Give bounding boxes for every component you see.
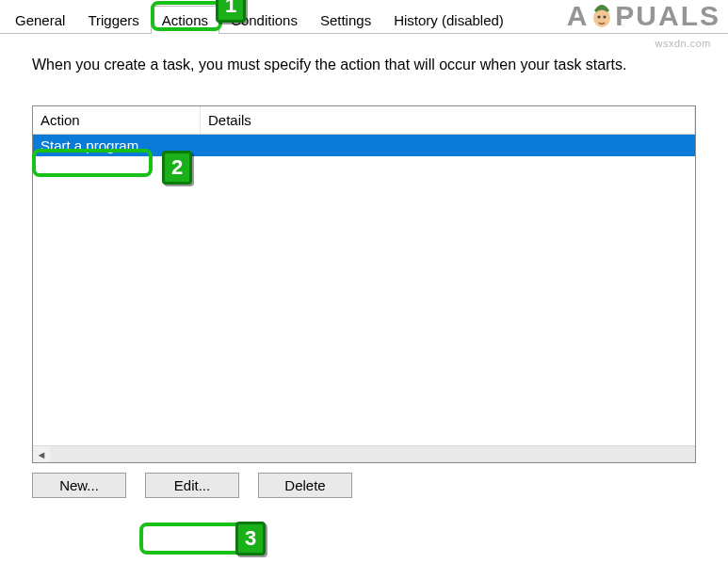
column-header-details[interactable]: Details [201,106,695,134]
tab-conditions[interactable]: Conditions [219,6,309,34]
tab-settings[interactable]: Settings [309,6,382,34]
annotation-box-3 [139,523,247,555]
actions-list: Action Details Start a program ◄ [32,105,696,463]
tab-general[interactable]: General [4,6,76,34]
cell-action: Start a program [33,135,201,156]
tab-triggers[interactable]: Triggers [76,6,150,34]
new-button[interactable]: New... [32,473,126,498]
column-header-action[interactable]: Action [33,106,201,134]
actions-list-body: Start a program [33,135,695,445]
annotation-badge-3: 3 [235,522,266,555]
tab-description: When you create a task, you must specify… [0,34,728,73]
cell-details [201,135,695,156]
tab-actions[interactable]: Actions [151,6,219,34]
edit-button[interactable]: Edit... [145,473,239,498]
table-row[interactable]: Start a program [33,135,695,156]
tab-strip: General Triggers Actions Conditions Sett… [0,0,728,34]
tab-history[interactable]: History (disabled) [382,6,515,34]
horizontal-scrollbar[interactable]: ◄ [33,445,695,462]
button-row: New... Edit... Delete [32,473,728,498]
delete-button[interactable]: Delete [258,473,352,498]
actions-list-header: Action Details [33,106,695,135]
scroll-track[interactable] [50,446,695,462]
scroll-left-icon[interactable]: ◄ [33,449,50,460]
